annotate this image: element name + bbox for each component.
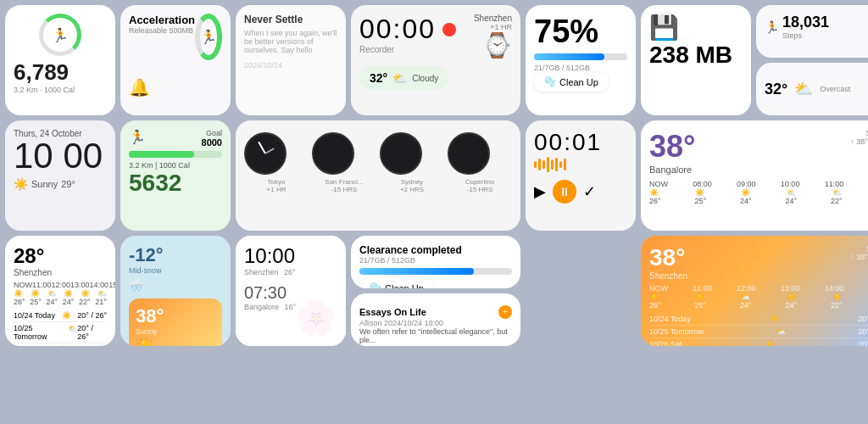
recorder-weather: 32° ⛅ Cloudy [359, 66, 448, 90]
acceleration-widget: Acceleration Releasable 500MB 🏃 🔔 [120, 5, 231, 115]
note1-title: Essays On Life [359, 307, 426, 317]
snow-sunny-widget: -12° Mid-snow 🌨️ 38° Sunny ☀️ 🕐 [120, 236, 231, 346]
clock-sydney: Sydney +2 HRS [380, 132, 444, 193]
bangalore-widget: 38° Bangalore Sunny ↑ 38° ↓ 18° NOW08:00… [641, 120, 868, 231]
cleanup-button-clearance[interactable]: 🫧 Clean Up [359, 278, 434, 288]
clock-tokyo: Tokyo +1 HR [244, 132, 309, 193]
fitness-widget: 🏃 Goal 8000 3.2 Km | 1000 Cal 5632 [120, 120, 231, 231]
dual-clock-widget: 10:00 Shenzhen 26° 07:30 Bangalore 16° 🌸 [236, 236, 346, 346]
acceleration-subtitle: Releasable 500MB [129, 26, 195, 35]
acceleration-title: Acceleration [129, 14, 195, 26]
notes-item-1: Essays On Life + Allison 2024/10/24 10:0… [359, 302, 512, 346]
bangalore-condition: Sunny [850, 129, 868, 137]
memory-icon: 💾 [649, 14, 743, 42]
shenzhen-large-temp: 28° [14, 244, 107, 268]
fitness-goal-label: Goal [202, 129, 222, 137]
shenzhen-grad-widget: 38° Shenzhen Sunny ↑ 38° ↓ 18° NOW 11:00… [641, 236, 868, 346]
recorder-temp: 32° [370, 71, 387, 85]
memory-value: 238 MB [649, 42, 743, 69]
fitness-bar-bg [129, 151, 222, 158]
sf-diff: -15 HRS [312, 186, 376, 193]
clearance-notes-stack: Clearance completed 21/7GB / 512GB 🫧 Cle… [351, 236, 520, 346]
activity-ring [39, 14, 81, 56]
steps-weather-stack: 🏃 18,031 Steps 32° ⛅ Overcast [756, 5, 868, 115]
cleanup-icon2: 🫧 [370, 282, 381, 288]
flower-decoration: 🌸 [295, 298, 337, 338]
activity-steps: 6,789 [14, 59, 107, 86]
calendar-time: 10 00 [14, 138, 107, 174]
shenzhen-grad-city: Shenzhen [649, 271, 687, 281]
calendar-widget: Thurs, 24 October 10 00 ☀️ Sunny 29° [5, 120, 115, 231]
waveform [534, 156, 627, 173]
analog-clock-sf [312, 132, 354, 175]
clock1-time: 10:00 [244, 244, 337, 268]
pause-button[interactable]: ⏸ [553, 180, 576, 204]
bangalore-temp: 38° [649, 129, 695, 165]
storage-detail: 21/7GB / 512GB [534, 64, 627, 72]
cupertino-diff: -15 HRS [448, 186, 512, 193]
clock-sanfrancisco: San Franci... -15 HRS [312, 132, 376, 193]
shenzhen-grad-hours: NOW 11:00 12:00 13:00 14:00 15:00 [649, 284, 868, 293]
shenzhen-large-widget: 28° Shenzhen NOW11:0012:0013:0014:0015:0… [5, 236, 115, 346]
world-clock-widget: Tokyo +1 HR San Franci... -15 HRS Sydney… [236, 120, 520, 231]
cold-condition: Mid-snow [129, 266, 222, 275]
shenzhen-large-forecast: 10/24 Today☀️20° / 26° 10/25 Tomorrow⛅20… [14, 310, 107, 346]
activity-detail: 3.2 Km · 1000 Cal [14, 86, 107, 94]
overcast-temp: 32° [765, 81, 787, 98]
storage-bar-bg [534, 53, 627, 60]
bangalore-range: ↑ 38° ↓ 18° [850, 137, 868, 146]
analog-clock-sydney [380, 132, 422, 175]
note1-badge: + [498, 305, 512, 319]
clock1-city: Shenzhen 26° [244, 268, 337, 276]
rec-dot [442, 23, 456, 36]
world-clock-grid: Tokyo +1 HR San Franci... -15 HRS Sydney… [244, 132, 512, 193]
fitness-goal-num: 8000 [202, 137, 222, 148]
recorder-condition: Cloudy [412, 74, 438, 83]
tokyo-diff: +1 HR [244, 186, 309, 193]
recorder-time: 00:00 [359, 14, 436, 45]
shenzhen-grad-forecast: 10/24 Today☀️20° / 26° 10/25 Tomorrow⛅20… [649, 313, 868, 346]
shenzhen-large-hours: NOW11:0012:0013:0014:0015:00 [14, 281, 107, 289]
cleanup-icon: 🫧 [544, 76, 556, 87]
steps-count: 18,031 [782, 14, 829, 31]
clearance-widget: Clearance completed 21/7GB / 512GB 🫧 Cle… [351, 236, 520, 288]
recorder-city: Shenzhen [474, 14, 512, 23]
cold-temp: -12° [129, 244, 222, 266]
tokyo-label: Tokyo [244, 178, 309, 186]
note1-preview: We often refer to "intellectual elegance… [359, 327, 512, 344]
sydney-diff: +2 HRS [380, 186, 444, 193]
cupertino-label: Cupertino [448, 178, 512, 186]
play-button[interactable]: ▶ [534, 182, 546, 201]
notes-widget: Essays On Life + Allison 2024/10/24 10:0… [351, 293, 520, 346]
clearance-storage: 21/7GB / 512GB [359, 256, 512, 265]
warm-condition: Sunny [136, 327, 215, 336]
recorder-label: Recorder [359, 45, 456, 54]
note1-meta: Allison 2024/10/24 10:00 [359, 319, 512, 327]
check-button[interactable]: ✓ [583, 182, 596, 201]
steps-widget: 🏃 18,031 Steps [756, 5, 868, 58]
overcast-condition: Overcast [820, 85, 850, 93]
never-settle-date: 2024/10/24 [244, 61, 337, 70]
audio-widget: 00:01 ▶ ⏸ ✓ [526, 120, 636, 231]
analog-clock-tokyo [244, 132, 287, 175]
storage-bar-fill [534, 53, 604, 60]
recorder-widget: 00:00 Recorder Shenzhen +1 HR ⌚ 32° ⛅ Cl… [351, 5, 520, 115]
never-settle-quote: When I see you again, we'll be better ve… [244, 29, 337, 54]
shenzhen-grad-condition: Sunny [850, 244, 868, 253]
clock-cupertino: Cupertino -15 HRS [448, 132, 512, 193]
cleanup-button-storage[interactable]: 🫧 Clean Up [534, 72, 609, 92]
bangalore-hourly-icons: ☀️☀️☀️⛅⛅☀️ [649, 188, 868, 197]
never-settle-title: Never Settle [244, 14, 337, 25]
audio-time: 00:01 [534, 129, 627, 156]
recorder-hr: +1 HR [474, 23, 512, 31]
overcast-widget: 32° ⛅ Overcast [756, 63, 868, 115]
clearance-title: Clearance completed [359, 244, 512, 256]
warm-temp: 38° [136, 305, 215, 327]
bangalore-hourly-temps: 26°25°24°24°22°21° [649, 197, 868, 205]
sydney-label: Sydney [380, 178, 444, 186]
bangalore-hourly: NOW08:0009:0010:0011:0012:00 [649, 180, 868, 188]
fitness-bar-fill [129, 151, 194, 158]
never-settle-widget: Never Settle When I see you again, we'll… [236, 5, 346, 115]
calendar-condition: Sunny [31, 179, 58, 189]
fitness-steps: 5632 [129, 170, 222, 197]
